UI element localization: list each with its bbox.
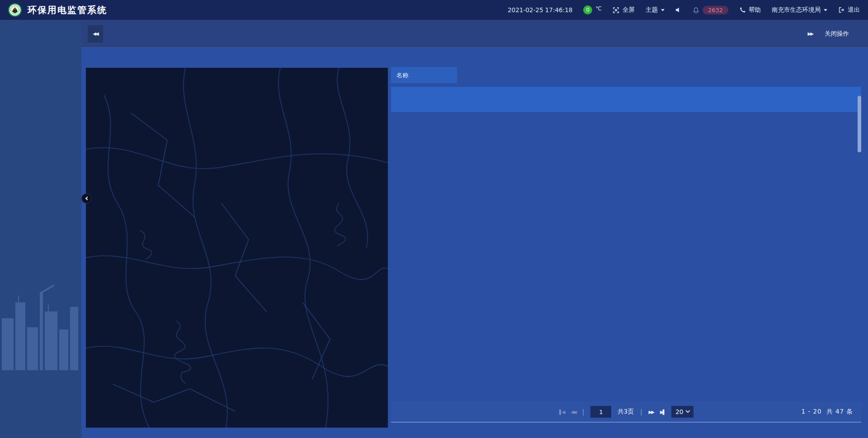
bell-icon <box>693 7 699 14</box>
brand: 环保用电监管系统 <box>8 3 107 17</box>
sound-toggle[interactable] <box>675 7 682 13</box>
main-content: ▌◀ ◀◀ | 共3页 | ▶▶ ▶▌ 20 1 - 20 共 47 条 <box>81 48 868 438</box>
prev-page-button[interactable]: ◀◀ <box>571 410 576 414</box>
table-scrollbar[interactable] <box>858 96 861 152</box>
city-skyline-decoration <box>0 275 81 370</box>
datetime: 2021-02-25 17:46:18 <box>508 6 572 14</box>
filter-name-input[interactable] <box>391 67 457 83</box>
map[interactable] <box>86 68 388 428</box>
page-number-input[interactable] <box>590 406 611 418</box>
scroll-tabs-right-icon[interactable]: ▶▶ <box>808 31 813 36</box>
temperature-badge: 0 <box>583 5 592 14</box>
notifications[interactable]: 2632 <box>693 6 728 14</box>
caret-down-icon <box>661 9 665 11</box>
temperature-indicator: 0 ℃ <box>583 5 601 14</box>
user-menu[interactable]: 南充市生态环境局 <box>772 6 827 14</box>
pagination-divider: | <box>640 408 642 415</box>
filter-bar <box>391 67 861 83</box>
map-roads-layer <box>86 68 388 428</box>
table-header <box>391 87 861 112</box>
close-operations-button[interactable]: 关闭操作 <box>825 30 849 38</box>
record-range-label: 1 - 20 共 47 条 <box>801 408 855 416</box>
page-size-select[interactable]: 20 <box>671 406 693 418</box>
app-logo-icon <box>8 3 22 17</box>
enterprise-table: ▌◀ ◀◀ | 共3页 | ▶▶ ▶▌ 20 1 - 20 共 47 条 <box>391 87 861 423</box>
caret-down-icon <box>824 9 827 11</box>
temperature-unit: ℃ <box>595 5 601 12</box>
last-page-button[interactable]: ▶▌ <box>660 410 665 414</box>
tabbar: ◀◀ ▶▶ 关闭操作 <box>81 20 868 48</box>
total-pages-label: 共3页 <box>618 408 634 416</box>
phone-icon <box>739 7 745 13</box>
pagination-bar: ▌◀ ◀◀ | 共3页 | ▶▶ ▶▌ 20 1 - 20 共 47 条 <box>391 402 861 423</box>
first-page-button[interactable]: ▌◀ <box>559 410 564 414</box>
pagination-divider: | <box>582 408 585 415</box>
chevron-left-icon <box>85 197 89 200</box>
exit-icon <box>838 7 844 13</box>
theme-menu[interactable]: 主题 <box>646 6 665 14</box>
fullscreen-icon <box>613 7 619 14</box>
fullscreen-button[interactable]: 全屏 <box>613 6 635 14</box>
topbar: 环保用电监管系统 2021-02-25 17:46:18 0 ℃ 全屏 主题 <box>0 0 868 20</box>
chevron-down-icon <box>686 408 690 413</box>
sidebar <box>0 20 81 438</box>
scroll-tabs-left-icon[interactable]: ◀◀ <box>88 25 103 42</box>
help-button[interactable]: 帮助 <box>739 6 761 14</box>
table-body <box>391 112 861 402</box>
right-panel: ▌◀ ◀◀ | 共3页 | ▶▶ ▶▌ 20 1 - 20 共 47 条 <box>391 67 861 423</box>
next-page-button[interactable]: ▶▶ <box>649 410 654 414</box>
exit-button[interactable]: 退出 <box>838 6 860 14</box>
speaker-icon <box>675 7 682 13</box>
notification-count-badge: 2632 <box>703 6 728 14</box>
map-collapse-toggle-button[interactable] <box>81 193 91 203</box>
app-title: 环保用电监管系统 <box>28 4 107 16</box>
